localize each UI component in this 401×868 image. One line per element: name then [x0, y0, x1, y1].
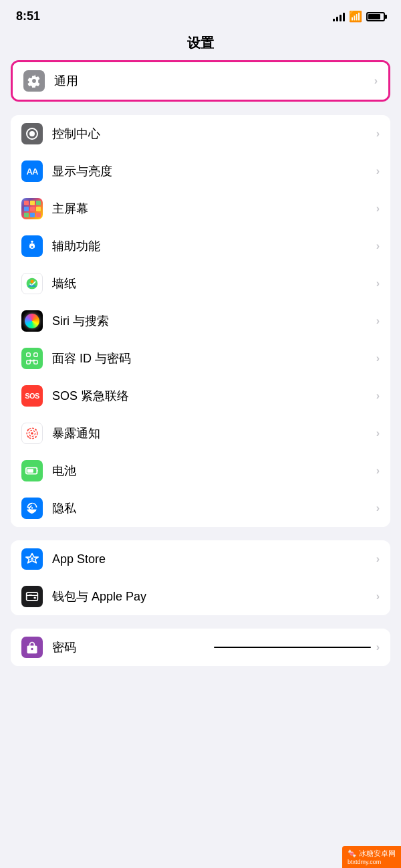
svg-rect-16: [34, 597, 36, 599]
general-chevron: ›: [374, 75, 378, 87]
settings-item-faceid[interactable]: 面容 ID 与密码 ›: [11, 340, 390, 377]
accessibility-icon: [21, 235, 43, 257]
sos-chevron: ›: [376, 390, 380, 402]
siri-label: Siri 与搜索: [52, 313, 376, 329]
page-title: 设置: [0, 29, 401, 60]
wallpaper-label: 墙纸: [52, 276, 376, 292]
settings-group-general: 通用 ›: [11, 60, 390, 102]
accessibility-label: 辅助功能: [52, 238, 376, 254]
faceid-label: 面容 ID 与密码: [52, 350, 376, 366]
display-chevron: ›: [376, 165, 380, 177]
accessibility-chevron: ›: [376, 240, 380, 252]
wallpaper-chevron: ›: [376, 278, 380, 290]
settings-item-password[interactable]: 密码 ›: [11, 629, 390, 666]
wallet-label: 钱包与 Apple Pay: [52, 588, 376, 605]
svg-rect-3: [34, 353, 38, 357]
siri-chevron: ›: [376, 315, 380, 327]
svg-rect-2: [27, 353, 31, 357]
exposure-svg: [25, 426, 39, 441]
exposure-chevron: ›: [376, 427, 380, 439]
siri-icon: [21, 310, 43, 332]
password-svg: [25, 641, 39, 654]
faceid-chevron: ›: [376, 352, 380, 364]
status-bar: 8:51 📶: [0, 0, 401, 29]
control-center-chevron: ›: [376, 128, 380, 140]
control-center-label: 控制中心: [52, 126, 376, 142]
svg-rect-14: [27, 469, 33, 473]
settings-item-siri[interactable]: Siri 与搜索 ›: [11, 302, 390, 340]
battery-chevron: ›: [376, 465, 380, 477]
wallpaper-svg: [25, 277, 39, 290]
wallet-svg: [25, 590, 39, 603]
general-label: 通用: [54, 73, 374, 89]
privacy-label: 隐私: [52, 500, 376, 516]
exposure-icon: [21, 423, 43, 444]
settings-item-wallet[interactable]: 钱包与 Apple Pay ›: [11, 578, 390, 615]
settings-item-battery[interactable]: 电池 ›: [11, 452, 390, 490]
settings-item-exposure[interactable]: 暴露通知 ›: [11, 415, 390, 452]
settings-item-display[interactable]: AA 显示与亮度 ›: [11, 152, 390, 190]
appstore-label: App Store: [52, 552, 376, 566]
battery-svg: [25, 463, 39, 478]
svg-rect-4: [27, 360, 31, 364]
settings-item-appstore[interactable]: App Store ›: [11, 540, 390, 578]
display-label: 显示与亮度: [52, 163, 376, 179]
wifi-icon: 📶: [349, 10, 362, 23]
settings-item-wallpaper[interactable]: 墙纸 ›: [11, 265, 390, 302]
gear-svg: [27, 74, 41, 88]
settings-item-homescreen[interactable]: 主屏幕 ›: [11, 190, 390, 227]
homescreen-label: 主屏幕: [52, 201, 376, 217]
password-underline: [214, 647, 370, 648]
password-icon: [21, 637, 43, 658]
settings-item-control-center[interactable]: 控制中心 ›: [11, 115, 390, 152]
accessibility-svg: [25, 239, 39, 253]
watermark: 🍬 冰糖安卓网 btxtdmy.com: [342, 846, 401, 868]
display-icon: AA: [21, 160, 43, 182]
faceid-svg: [25, 351, 39, 366]
svg-point-6: [31, 432, 33, 435]
settings-group-password: 密码 ›: [11, 629, 390, 666]
sos-icon: SOS: [21, 385, 43, 407]
settings-item-privacy[interactable]: 隐私 ›: [11, 490, 390, 527]
appstore-chevron: ›: [376, 553, 380, 565]
sos-label: SOS 紧急联络: [52, 388, 376, 404]
battery-label: 电池: [52, 463, 376, 479]
settings-group-store: App Store › 钱包与 Apple Pay ›: [11, 540, 390, 615]
settings-item-general[interactable]: 通用 ›: [13, 62, 388, 100]
wallpaper-icon: [21, 273, 43, 294]
status-time: 8:51: [16, 9, 40, 23]
svg-rect-5: [34, 360, 38, 364]
settings-group-main: 控制中心 › AA 显示与亮度 › 主屏幕 ›: [11, 115, 390, 527]
control-center-icon: [21, 123, 43, 144]
privacy-chevron: ›: [376, 502, 380, 514]
wallet-chevron: ›: [376, 590, 380, 603]
exposure-label: 暴露通知: [52, 425, 376, 441]
appstore-svg: [25, 552, 39, 566]
privacy-icon: [21, 498, 43, 519]
battery-icon: [21, 460, 43, 481]
password-chevron: ›: [376, 641, 380, 653]
status-icons: 📶: [333, 10, 385, 23]
svg-point-0: [31, 241, 33, 243]
settings-item-sos[interactable]: SOS SOS 紧急联络 ›: [11, 377, 390, 415]
general-icon: [23, 70, 45, 92]
settings-item-accessibility[interactable]: 辅助功能 ›: [11, 227, 390, 265]
svg-point-12: [35, 436, 36, 437]
svg-point-9: [27, 429, 29, 430]
privacy-svg: [25, 502, 39, 515]
wallet-icon: [21, 586, 43, 607]
appstore-icon: [21, 548, 43, 570]
battery-icon: [366, 12, 385, 21]
homescreen-chevron: ›: [376, 203, 380, 215]
signal-icon: [333, 12, 345, 21]
faceid-icon: [21, 348, 43, 369]
svg-point-10: [35, 429, 36, 430]
homescreen-icon: [21, 198, 43, 219]
svg-point-1: [31, 280, 34, 283]
svg-rect-15: [27, 592, 38, 601]
svg-point-11: [27, 436, 29, 437]
password-label: 密码: [52, 639, 209, 655]
